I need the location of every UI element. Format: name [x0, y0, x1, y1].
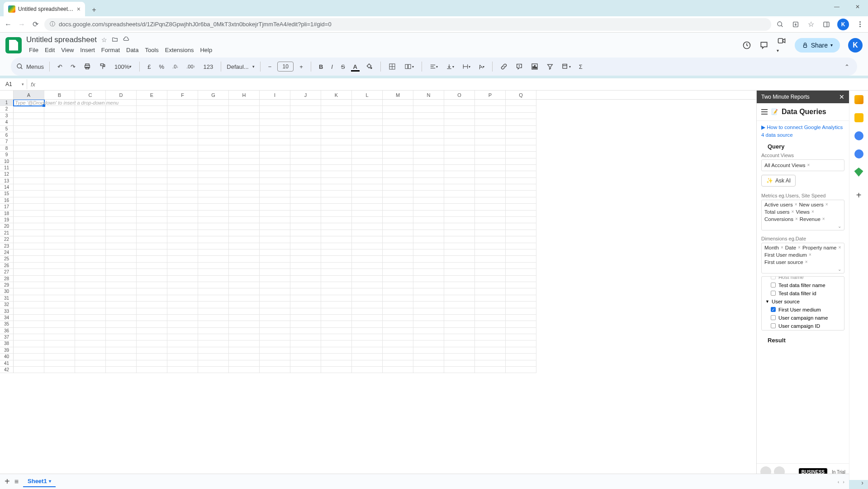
cell[interactable] [383, 165, 413, 171]
cell[interactable] [444, 328, 475, 334]
column-header[interactable]: B [44, 91, 75, 99]
menu-help[interactable]: Help [197, 45, 215, 55]
cell[interactable] [260, 360, 290, 367]
menu-edit[interactable]: Edit [42, 45, 57, 55]
cell[interactable] [321, 191, 352, 197]
chevron-down-icon[interactable]: ▾ [49, 479, 51, 480]
cell[interactable] [260, 269, 290, 275]
dropdown-option[interactable]: User campaign name [762, 314, 844, 322]
cell[interactable] [383, 256, 413, 262]
cell[interactable] [229, 321, 260, 327]
cell[interactable] [75, 249, 106, 256]
cell[interactable] [444, 217, 475, 223]
cell[interactable] [14, 100, 44, 106]
cell[interactable] [106, 230, 137, 236]
cell[interactable] [475, 340, 506, 347]
increase-font-icon[interactable]: + [297, 62, 305, 72]
cell[interactable] [137, 308, 167, 315]
cell[interactable] [383, 152, 413, 158]
column-header[interactable]: C [75, 91, 106, 99]
cell[interactable] [352, 106, 383, 112]
currency-button[interactable]: £ [145, 62, 153, 72]
cell[interactable] [290, 315, 321, 321]
cell[interactable] [44, 263, 75, 269]
cell[interactable] [260, 334, 290, 340]
cell[interactable] [106, 269, 137, 275]
cell[interactable] [198, 315, 229, 321]
cell[interactable] [475, 223, 506, 230]
cell[interactable] [198, 145, 229, 152]
explore-icon[interactable]: ‹ [838, 479, 840, 480]
cell[interactable] [137, 223, 167, 230]
cell[interactable] [75, 211, 106, 217]
cell[interactable] [290, 113, 321, 119]
cell[interactable] [167, 230, 198, 236]
cell[interactable] [260, 152, 290, 158]
cell[interactable] [75, 340, 106, 347]
cell[interactable] [198, 295, 229, 302]
cell[interactable] [198, 276, 229, 282]
cell[interactable] [290, 256, 321, 262]
cell[interactable] [75, 132, 106, 139]
cell[interactable] [106, 360, 137, 367]
cell[interactable] [383, 145, 413, 152]
row-header[interactable]: 22 [0, 236, 14, 243]
cell[interactable] [167, 340, 198, 347]
cell[interactable] [75, 295, 106, 302]
row-header[interactable]: 4 [0, 119, 14, 125]
row-header[interactable]: 3 [0, 113, 14, 119]
cell[interactable] [260, 204, 290, 210]
cell[interactable] [198, 197, 229, 204]
cell[interactable] [167, 171, 198, 177]
cell[interactable] [260, 354, 290, 360]
cell[interactable] [290, 165, 321, 171]
cell[interactable] [506, 106, 536, 112]
cell[interactable] [352, 158, 383, 165]
rotate-button[interactable]: A▾ [476, 62, 487, 72]
cell[interactable] [321, 211, 352, 217]
cell[interactable] [413, 197, 444, 204]
cell[interactable] [44, 126, 75, 132]
cell[interactable] [167, 302, 198, 308]
cell[interactable] [290, 211, 321, 217]
cell[interactable] [290, 171, 321, 177]
cell[interactable] [506, 171, 536, 177]
cell[interactable] [198, 152, 229, 158]
column-header[interactable]: F [167, 91, 198, 99]
cell[interactable] [383, 334, 413, 340]
cell[interactable] [506, 295, 536, 302]
cell[interactable] [475, 263, 506, 269]
dimension-tag[interactable]: Month× [764, 245, 783, 250]
cell[interactable] [44, 178, 75, 184]
tasks-icon[interactable] [854, 131, 863, 140]
toolbar-search[interactable]: Menus [16, 63, 44, 70]
cell[interactable] [475, 184, 506, 191]
cell[interactable] [444, 282, 475, 288]
column-header[interactable]: O [444, 91, 475, 99]
cell[interactable] [506, 132, 536, 139]
cell[interactable] [260, 288, 290, 295]
cell[interactable] [167, 360, 198, 367]
cell[interactable] [44, 204, 75, 210]
cell[interactable] [352, 178, 383, 184]
cell[interactable] [198, 191, 229, 197]
cell[interactable] [106, 158, 137, 165]
row-header[interactable]: 35 [0, 321, 14, 327]
cell[interactable] [137, 178, 167, 184]
cell[interactable] [75, 126, 106, 132]
row-header[interactable]: 9 [0, 152, 14, 158]
cell[interactable] [44, 269, 75, 275]
cell[interactable] [75, 308, 106, 315]
row-header[interactable]: 24 [0, 249, 14, 256]
cell[interactable] [260, 126, 290, 132]
cell[interactable] [506, 347, 536, 354]
cell[interactable] [413, 347, 444, 354]
cell[interactable] [167, 328, 198, 334]
cell[interactable] [506, 276, 536, 282]
cell[interactable] [260, 211, 290, 217]
share-button[interactable]: Share ▾ [795, 38, 840, 53]
cell[interactable] [137, 126, 167, 132]
cell[interactable] [321, 288, 352, 295]
row-header[interactable]: 20 [0, 223, 14, 230]
cell[interactable] [383, 178, 413, 184]
